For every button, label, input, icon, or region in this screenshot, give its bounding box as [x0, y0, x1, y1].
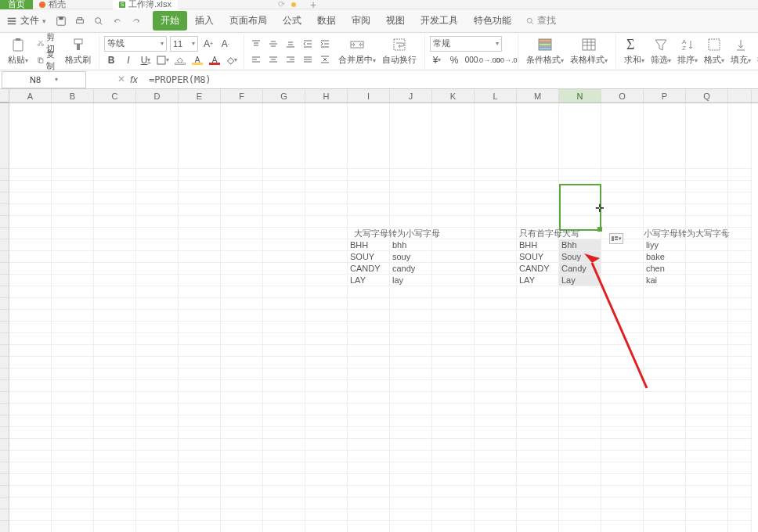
cell-A12[interactable]	[9, 286, 52, 298]
cell-E12[interactable]	[179, 286, 221, 298]
tab-home[interactable]: 首页	[0, 0, 33, 9]
cell-M26[interactable]	[517, 451, 559, 462]
cell-R8[interactable]	[728, 239, 752, 251]
cell-P8[interactable]: liyy	[644, 239, 686, 251]
cell-N8[interactable]: Bhh	[559, 239, 601, 251]
copy-button[interactable]: 复制	[34, 52, 60, 68]
cell-M6[interactable]	[517, 216, 559, 228]
cell-P3[interactable]	[644, 181, 686, 192]
cell-B4[interactable]	[52, 192, 94, 204]
cell-L20[interactable]	[475, 380, 517, 392]
row-header[interactable]	[0, 509, 9, 521]
cell-L5[interactable]	[475, 204, 517, 216]
cell-H9[interactable]	[305, 251, 348, 263]
cell-J12[interactable]	[390, 286, 432, 298]
cell-D19[interactable]	[136, 368, 179, 380]
cell-G26[interactable]	[263, 451, 305, 462]
row-header[interactable]	[0, 451, 9, 462]
cell-R27[interactable]	[728, 462, 752, 474]
cell-F3[interactable]	[221, 181, 263, 192]
cell-H22[interactable]	[305, 404, 348, 415]
cell-E23[interactable]	[179, 415, 221, 427]
cell-B20[interactable]	[52, 380, 94, 392]
cell-G14[interactable]	[263, 310, 305, 322]
cell-O31[interactable]	[601, 509, 644, 521]
cell-J7[interactable]	[390, 228, 432, 239]
cell-L21[interactable]	[475, 392, 517, 404]
table-style-button[interactable]: 表格样式▾	[567, 37, 611, 66]
cell-P4[interactable]	[644, 192, 686, 204]
cell-C3[interactable]	[94, 181, 136, 192]
cell-H18[interactable]	[305, 357, 348, 368]
cell-F7[interactable]	[221, 228, 263, 239]
cell-A24[interactable]	[9, 427, 52, 439]
cell-N25[interactable]	[559, 439, 601, 451]
cell-Q7[interactable]	[686, 228, 728, 239]
cell-D24[interactable]	[136, 427, 179, 439]
cell-D6[interactable]	[136, 216, 179, 228]
col-header-H[interactable]: H	[305, 89, 348, 102]
cell-E25[interactable]	[179, 439, 221, 451]
cell-I32[interactable]	[348, 521, 390, 532]
cell-K3[interactable]	[432, 181, 475, 192]
cell-J13[interactable]	[390, 298, 432, 310]
cell-O10[interactable]	[601, 263, 644, 275]
cell-O26[interactable]	[601, 451, 644, 462]
row-header[interactable]	[0, 368, 9, 380]
cell-C5[interactable]	[94, 204, 136, 216]
cell-N28[interactable]	[559, 474, 601, 486]
cell-O22[interactable]	[601, 404, 644, 415]
cell-R13[interactable]	[728, 298, 752, 310]
cell-E6[interactable]	[179, 216, 221, 228]
cell-M13[interactable]	[517, 298, 559, 310]
cell-B15[interactable]	[52, 322, 94, 333]
cell-H28[interactable]	[305, 474, 348, 486]
cell-F27[interactable]	[221, 462, 263, 474]
cell-J23[interactable]	[390, 415, 432, 427]
cell-L12[interactable]	[475, 286, 517, 298]
cell-E11[interactable]	[179, 275, 221, 286]
comma-button[interactable]: 000	[464, 53, 478, 67]
row-header[interactable]	[0, 251, 9, 263]
cell-F1[interactable]	[221, 103, 263, 169]
cell-L6[interactable]	[475, 216, 517, 228]
cell-B14[interactable]	[52, 310, 94, 322]
cell-L27[interactable]	[475, 462, 517, 474]
cell-E9[interactable]	[179, 251, 221, 263]
cell-K7[interactable]	[432, 228, 475, 239]
cell-B7[interactable]	[52, 228, 94, 239]
cell-H19[interactable]	[305, 368, 348, 380]
cell-J19[interactable]	[390, 368, 432, 380]
cell-F2[interactable]	[221, 169, 263, 181]
cell-J8[interactable]: bhh	[390, 239, 432, 251]
cell-G18[interactable]	[263, 357, 305, 368]
cell-Q18[interactable]	[686, 357, 728, 368]
cell-R21[interactable]	[728, 392, 752, 404]
cell-L13[interactable]	[475, 298, 517, 310]
cell-P9[interactable]: bake	[644, 251, 686, 263]
name-box[interactable]: N8▾	[2, 71, 86, 88]
cell-L15[interactable]	[475, 322, 517, 333]
cell-O18[interactable]	[601, 357, 644, 368]
cell-J30[interactable]	[390, 498, 432, 509]
align-top-button[interactable]	[249, 37, 263, 51]
cell-N1[interactable]	[559, 103, 601, 169]
cell-J20[interactable]	[390, 380, 432, 392]
col-header-I[interactable]: I	[348, 89, 390, 102]
align-right-button[interactable]	[283, 52, 298, 66]
cell-B8[interactable]	[52, 239, 94, 251]
cell-A13[interactable]	[9, 298, 52, 310]
cell-P18[interactable]	[644, 357, 686, 368]
cell-H24[interactable]	[305, 427, 348, 439]
italic-button[interactable]: I	[121, 53, 135, 67]
cell-P14[interactable]	[644, 310, 686, 322]
cell-H10[interactable]	[305, 263, 348, 275]
cell-C11[interactable]	[94, 275, 136, 286]
cell-Q8[interactable]	[686, 239, 728, 251]
cell-C7[interactable]	[94, 228, 136, 239]
cell-A32[interactable]	[9, 521, 52, 532]
cell-H16[interactable]	[305, 333, 348, 345]
formula-input[interactable]: =PROPER(M8)	[144, 74, 758, 85]
cell-M18[interactable]	[517, 357, 559, 368]
cell-N32[interactable]	[559, 521, 601, 532]
